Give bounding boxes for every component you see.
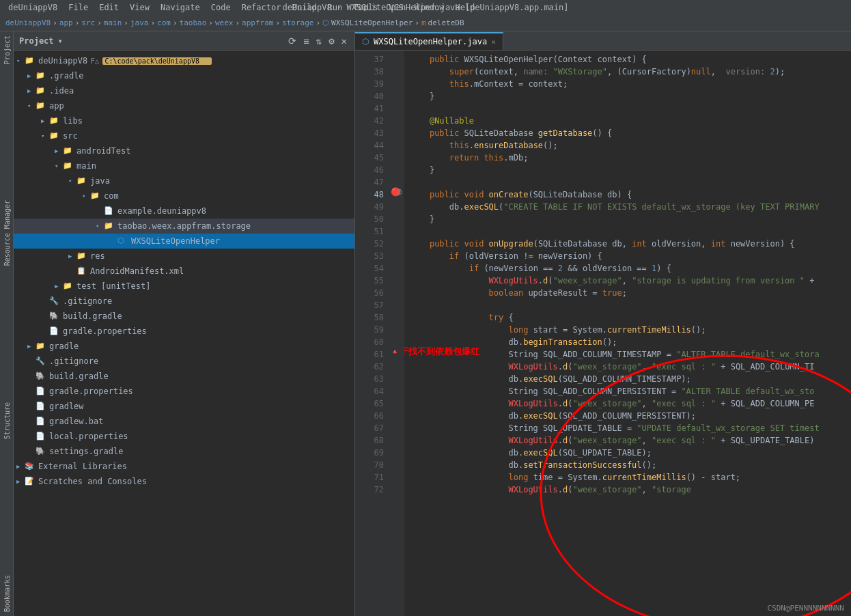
folder-icon: 📁 xyxy=(36,86,46,96)
folder-icon: 📁 xyxy=(36,101,46,111)
breadcrumb-item[interactable]: app xyxy=(59,18,73,27)
close-panel-icon[interactable]: ✕ xyxy=(339,34,349,48)
tree-item-label: .gitignore xyxy=(49,356,98,366)
tree-item-gradleprops-app[interactable]: ▶ 📄 gradle.properties xyxy=(14,324,354,339)
tree-item-com[interactable]: ▾ 📁 com xyxy=(14,188,354,204)
tree-item-gradle[interactable]: ▶ 📁 .gradle xyxy=(14,68,354,83)
breadcrumb-item[interactable]: main xyxy=(104,18,122,27)
code-line-45: return this.mDb; xyxy=(410,152,851,164)
gutter-marker-52: 🔺 xyxy=(391,346,399,358)
tree-item-settingsgradle[interactable]: ▶ 🐘 settings.gradle xyxy=(14,444,354,459)
tree-item-test[interactable]: ▶ 📁 test [unitTest] xyxy=(14,279,354,294)
tree-item-src[interactable]: ▾ 📁 src xyxy=(14,128,354,143)
folder-icon: 📁 xyxy=(76,251,87,261)
settings-icon[interactable]: ⚙ xyxy=(326,34,336,48)
vtab-resource-manager[interactable]: Resource Manager xyxy=(0,196,13,270)
code-line-55: WXLogUtils.d("weex_storage", "storage is… xyxy=(410,275,851,287)
folder-icon: 📁 xyxy=(76,176,87,186)
tree-item-gradlewbat[interactable]: ▶ 📄 gradlew.bat xyxy=(14,414,354,429)
tree-item-buildgradle-root[interactable]: ▶ 🐘 build.gradle xyxy=(14,369,354,384)
breadcrumb-item[interactable]: weex xyxy=(215,18,234,27)
tree-item-app[interactable]: ▾ 📁 app xyxy=(14,98,354,113)
tree-item-label: local.properties xyxy=(49,432,128,441)
tree-item-localprops[interactable]: ▶ 📄 local.properties xyxy=(14,429,354,444)
xml-icon: 📋 xyxy=(76,266,87,276)
folder-icon: 📁 xyxy=(36,71,46,81)
breadcrumb-item[interactable]: deUniappV8 xyxy=(5,18,51,27)
menu-code[interactable]: Code xyxy=(206,1,236,14)
tab-close-button[interactable]: × xyxy=(491,38,496,46)
line-num-39: 39 xyxy=(355,78,389,90)
tree-item-main[interactable]: ▾ 📁 main xyxy=(14,158,354,173)
collapse-all-icon[interactable]: ≡ xyxy=(301,34,311,48)
menu-view[interactable]: View xyxy=(124,1,155,14)
line-num-64: 64 xyxy=(355,385,389,397)
breadcrumb-item[interactable]: appfram xyxy=(242,18,273,27)
breadcrumb-item-file[interactable]: ⬡WXSQLiteOpenHelper xyxy=(322,18,413,27)
code-line-48: public void onCreate(SQLiteDatabase db) … xyxy=(410,188,851,201)
tree-item-wxsqlite[interactable]: ▶ ⬡ WXSQLiteOpenHelper xyxy=(14,234,354,249)
code-line-41 xyxy=(410,102,851,115)
vtab-project[interactable]: Project xyxy=(0,31,13,68)
tree-item-libs[interactable]: ▶ 📁 libs xyxy=(14,113,354,128)
sync-icon[interactable]: ⟳ xyxy=(286,34,298,48)
file-icon: 📄 xyxy=(104,206,115,216)
line-num-50: 50 xyxy=(355,213,389,225)
code-content[interactable]: public WXSQLiteOpenHelper(Context contex… xyxy=(404,51,851,616)
tree-item-label: Scratches and Consoles xyxy=(38,477,147,486)
breadcrumb-item[interactable]: com xyxy=(157,18,171,27)
menu-refactor[interactable]: Refactor xyxy=(236,1,287,14)
breadcrumb-item[interactable]: java xyxy=(130,18,149,27)
file-icon: 📄 xyxy=(36,402,46,411)
tree-item-label: gradle xyxy=(49,341,79,351)
menubar: deUniappV8 File Edit View Navigate Code … xyxy=(0,0,851,15)
tree-item-gradlew[interactable]: ▶ 📄 gradlew xyxy=(14,399,354,414)
menu-navigate[interactable]: Navigate xyxy=(155,1,206,14)
folder-icon: 📁 xyxy=(63,161,74,171)
line-num-48: 48 xyxy=(355,188,389,201)
vtab-structure[interactable]: Structure xyxy=(0,398,13,443)
tree-item-label: AndroidManifest.xml xyxy=(90,266,184,276)
tree-item-label: build.gradle xyxy=(49,372,109,381)
expand-icon[interactable]: ⇅ xyxy=(314,34,324,48)
tree-item-manifest[interactable]: ▶ 📋 AndroidManifest.xml xyxy=(14,264,354,279)
tree-item-gradleprops-root[interactable]: ▶ 📄 gradle.properties xyxy=(14,384,354,399)
breadcrumb-item[interactable]: src xyxy=(81,18,95,27)
tree-item-androidtest[interactable]: ▶ 📁 androidTest xyxy=(14,143,354,158)
vtab-bookmarks[interactable]: Bookmarks xyxy=(0,571,13,616)
code-line-63: db.execSQL(SQL_ADD_COLUMN_TIMESTAMP); xyxy=(410,373,851,385)
line-num-49: 49 xyxy=(355,201,389,213)
tree-item-scratches[interactable]: ▶ 📝 Scratches and Consoles xyxy=(14,474,354,489)
tree-item-gitignore-app[interactable]: ▶ 🔧 .gitignore xyxy=(14,294,354,309)
tree-item-idea[interactable]: ▶ 📁 .idea xyxy=(14,83,354,98)
tree-item-java[interactable]: ▾ 📁 java xyxy=(14,173,354,188)
panel-dropdown-arrow[interactable]: ▾ xyxy=(58,36,63,46)
line-num-62: 62 xyxy=(355,361,389,373)
folder-icon: 📁 xyxy=(63,281,74,291)
code-line-51 xyxy=(410,225,851,238)
breadcrumb-item-method[interactable]: mdeleteDB xyxy=(421,18,464,27)
tree-item-external-libs[interactable]: ▶ 📚 External Libraries xyxy=(14,459,354,474)
line-num-68: 68 xyxy=(355,434,389,447)
breadcrumb-item[interactable]: storage xyxy=(282,18,313,27)
tree-item-example[interactable]: ▶ 📄 example.deuniappv8 xyxy=(14,204,354,219)
gutter: 🔴 @ 🔺 xyxy=(389,51,404,616)
tree-item-taobao[interactable]: ▾ 📁 taobao.weex.appfram.storage xyxy=(14,219,354,234)
tree-item-res[interactable]: ▶ 📁 res xyxy=(14,249,354,264)
code-line-72: WXLogUtils.d("weex_storage", "storage xyxy=(410,484,851,496)
tree-item-root[interactable]: ▾ 📁 deUniappV8 F△ C:\code\pack\deUniappV… xyxy=(14,53,354,68)
project-panel: Project ▾ ⟳ ≡ ⇅ ⚙ ✕ ▾ 📁 deUniappV8 F△ C:… xyxy=(14,31,355,616)
code-line-39: this.mContext = context; xyxy=(410,78,851,90)
menu-file[interactable]: File xyxy=(63,1,94,14)
tree-item-gradle-root[interactable]: ▶ 📁 gradle xyxy=(14,339,354,354)
menu-edit[interactable]: Edit xyxy=(94,1,124,14)
tree-item-label: gradle.properties xyxy=(63,326,147,336)
tree-item-gitignore-root[interactable]: ▶ 🔧 .gitignore xyxy=(14,354,354,369)
line-num-44: 44 xyxy=(355,139,389,152)
breadcrumb-item[interactable]: taobao xyxy=(180,18,207,27)
line-num-61: 61 xyxy=(355,348,389,361)
tree-item-label: .idea xyxy=(49,86,74,96)
editor-tab-wxsqlite[interactable]: ⬡ WXSQLiteOpenHelper.java × xyxy=(355,32,503,50)
tree-item-buildgradle-app[interactable]: ▶ 🐘 build.gradle xyxy=(14,309,354,324)
menu-app[interactable]: deUniappV8 xyxy=(3,1,63,14)
